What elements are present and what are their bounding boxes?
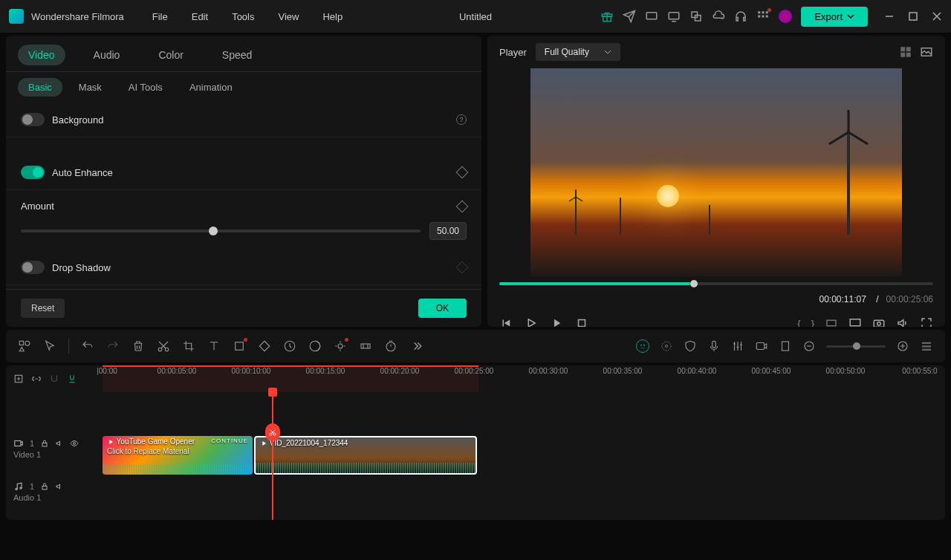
marker-icon[interactable] xyxy=(779,339,792,353)
text-icon[interactable] xyxy=(207,339,221,353)
screen1-icon[interactable] xyxy=(645,10,658,23)
menu-edit[interactable]: Edit xyxy=(181,7,218,27)
zoom-thumb[interactable] xyxy=(853,342,860,350)
tab-ai-tools[interactable]: AI Tools xyxy=(118,78,173,97)
progress-bar[interactable] xyxy=(499,282,933,285)
mic-icon[interactable] xyxy=(707,339,721,353)
volume-icon[interactable] xyxy=(896,316,909,327)
ratio-icon[interactable] xyxy=(825,316,838,327)
tab-mask[interactable]: Mask xyxy=(68,78,112,97)
timeline-ruler[interactable]: |00:00 00:00:05:00 00:00:10:00 00:00:15:… xyxy=(103,365,945,392)
ok-button[interactable]: OK xyxy=(418,299,467,318)
tl-link-icon[interactable] xyxy=(31,374,42,384)
tab-basic[interactable]: Basic xyxy=(18,78,62,97)
timer-icon[interactable] xyxy=(384,339,397,353)
tab-speed[interactable]: Speed xyxy=(212,45,262,65)
undo-icon[interactable] xyxy=(81,339,94,353)
tl-add-icon[interactable] xyxy=(13,374,24,384)
zoom-out-icon[interactable] xyxy=(802,339,816,353)
list-icon[interactable] xyxy=(920,339,933,353)
ai-icon[interactable] xyxy=(636,339,649,353)
crop2-icon[interactable] xyxy=(233,339,246,353)
tab-audio[interactable]: Audio xyxy=(83,45,131,65)
pointer-icon[interactable] xyxy=(43,339,56,353)
send-icon[interactable] xyxy=(623,10,636,23)
clip-youtube-opener[interactable]: YouTube Game Opener CONTINUE Click to Re… xyxy=(103,436,253,475)
menu-file[interactable]: File xyxy=(142,7,178,27)
lock-icon[interactable] xyxy=(40,439,49,448)
mute-icon[interactable] xyxy=(55,439,64,448)
lock-icon[interactable] xyxy=(40,482,49,491)
tl-snap-icon[interactable] xyxy=(67,374,77,384)
preview-canvas[interactable] xyxy=(530,68,902,276)
brace-close-icon[interactable]: } xyxy=(811,318,814,328)
slider-amount[interactable] xyxy=(21,229,421,232)
layers-icon[interactable] xyxy=(689,10,703,23)
tab-animation[interactable]: Animation xyxy=(179,78,243,97)
cut-marker[interactable] xyxy=(265,423,280,441)
avatar-icon[interactable] xyxy=(779,10,792,23)
shapes-icon[interactable] xyxy=(18,339,31,353)
color-icon[interactable] xyxy=(308,339,322,353)
display-icon[interactable] xyxy=(848,316,862,327)
stop-button[interactable] xyxy=(575,316,588,327)
adjust-icon[interactable] xyxy=(660,339,673,353)
cloud-icon[interactable] xyxy=(712,10,725,23)
input-amount[interactable] xyxy=(429,222,467,240)
reset-button[interactable]: Reset xyxy=(21,299,65,318)
effects-icon[interactable] xyxy=(334,339,347,353)
maximize-button[interactable] xyxy=(908,11,918,22)
fullscreen-icon[interactable] xyxy=(920,316,933,327)
keyframe-auto-enhance[interactable] xyxy=(456,166,469,179)
eye-icon[interactable] xyxy=(70,439,79,448)
keyframe-drop-shadow[interactable] xyxy=(456,261,469,274)
cut-icon[interactable] xyxy=(157,339,170,353)
slider-thumb[interactable] xyxy=(209,227,218,235)
shield-icon[interactable] xyxy=(684,339,697,353)
speed-icon[interactable] xyxy=(283,339,296,353)
clip-vid-20221004[interactable]: VID_20221004_172344 xyxy=(254,436,477,475)
menu-tools[interactable]: Tools xyxy=(221,7,264,27)
screen2-icon[interactable] xyxy=(667,10,681,23)
toggle-auto-enhance[interactable] xyxy=(21,166,45,179)
keyframe-amount[interactable] xyxy=(456,200,469,212)
tag-icon[interactable] xyxy=(258,339,271,353)
grid-view-icon[interactable] xyxy=(899,45,912,59)
gift-icon[interactable] xyxy=(600,10,614,23)
delete-icon[interactable] xyxy=(132,339,145,353)
track-video1[interactable]: YouTube Game Opener CONTINUE Click to Re… xyxy=(103,434,945,477)
tl-magnet-icon[interactable] xyxy=(49,374,59,384)
toggle-drop-shadow[interactable] xyxy=(21,261,45,274)
track-audio1[interactable] xyxy=(103,477,945,520)
menu-view[interactable]: View xyxy=(267,7,309,27)
camera-icon[interactable] xyxy=(872,316,886,327)
tab-video[interactable]: Video xyxy=(18,45,65,65)
menu-help[interactable]: Help xyxy=(312,7,353,27)
play-button[interactable] xyxy=(525,316,538,327)
headphones-icon[interactable] xyxy=(734,10,747,23)
svg-rect-7 xyxy=(762,11,765,13)
crop-icon[interactable] xyxy=(182,339,195,353)
close-button[interactable] xyxy=(932,11,942,22)
progress-thumb[interactable] xyxy=(690,280,698,287)
toggle-background[interactable] xyxy=(21,113,45,126)
image-view-icon[interactable] xyxy=(920,45,933,59)
keyframe-icon[interactable] xyxy=(359,339,372,353)
mixer-icon[interactable] xyxy=(731,339,744,353)
help-icon[interactable]: ? xyxy=(456,114,467,125)
zoom-in-icon[interactable] xyxy=(896,339,909,353)
playhead[interactable] xyxy=(272,392,273,520)
export-button[interactable]: Export xyxy=(801,7,868,27)
more-icon[interactable] xyxy=(409,339,423,353)
tab-color[interactable]: Color xyxy=(148,45,193,65)
brace-open-icon[interactable]: { xyxy=(797,318,800,328)
apps-icon[interactable] xyxy=(756,10,770,23)
prev-frame-button[interactable] xyxy=(499,316,513,327)
zoom-slider[interactable] xyxy=(826,345,886,348)
minimize-button[interactable] xyxy=(884,11,895,22)
quality-dropdown[interactable]: Full Quality xyxy=(536,43,620,61)
mute-icon[interactable] xyxy=(55,482,64,491)
play2-button[interactable] xyxy=(550,316,563,327)
record-icon[interactable] xyxy=(755,339,768,353)
redo-icon[interactable] xyxy=(106,339,120,353)
